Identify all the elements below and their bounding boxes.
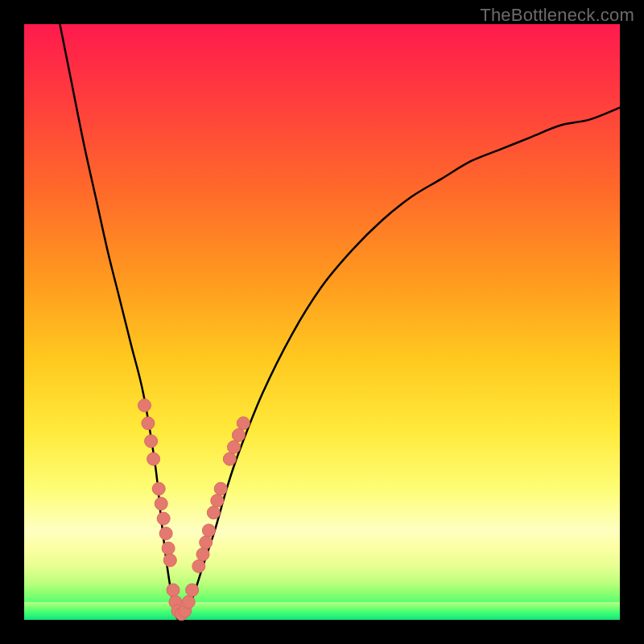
- watermark-label: TheBottleneck.com: [480, 5, 634, 26]
- curve-marker: [159, 527, 172, 540]
- curve-marker: [163, 554, 176, 567]
- curve-marker: [192, 559, 205, 572]
- plot-area: [24, 24, 620, 620]
- curve-layer: [24, 24, 620, 620]
- curve-marker: [162, 542, 175, 555]
- curve-marker: [237, 417, 250, 430]
- curve-marker: [182, 596, 195, 609]
- curve-marker: [145, 435, 158, 448]
- curve-marker: [202, 524, 215, 537]
- curve-marker: [207, 506, 220, 519]
- curve-marker: [211, 494, 224, 507]
- curve-marker: [214, 482, 227, 495]
- curve-marker: [152, 482, 165, 495]
- curve-marker: [138, 399, 151, 412]
- curve-markers: [138, 399, 250, 621]
- curve-marker: [186, 584, 199, 597]
- curve-marker: [196, 548, 209, 561]
- curve-marker: [155, 497, 167, 510]
- curve-marker: [157, 512, 170, 525]
- curve-marker: [142, 417, 155, 430]
- chart-frame: TheBottleneck.com: [0, 0, 644, 644]
- bottleneck-curve: [60, 24, 620, 620]
- curve-marker: [223, 452, 236, 465]
- curve-marker: [200, 536, 213, 549]
- curve-marker: [167, 584, 180, 597]
- curve-marker: [227, 440, 240, 453]
- curve-marker: [232, 429, 245, 442]
- curve-marker: [147, 452, 160, 465]
